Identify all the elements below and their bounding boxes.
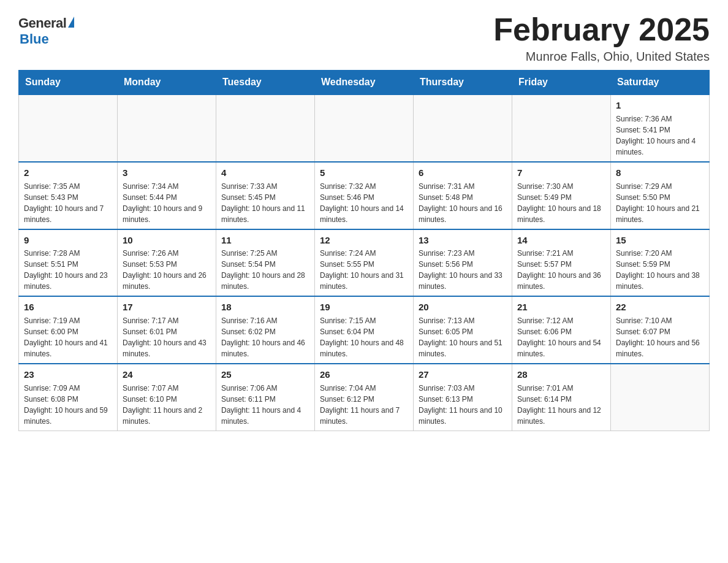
day-number: 26 bbox=[320, 368, 408, 381]
day-info: Sunrise: 7:26 AM Sunset: 5:53 PM Dayligh… bbox=[123, 248, 211, 292]
day-number: 27 bbox=[419, 368, 507, 381]
day-number: 8 bbox=[616, 166, 704, 180]
day-number: 9 bbox=[24, 234, 112, 247]
day-number: 18 bbox=[221, 301, 309, 314]
table-row bbox=[611, 364, 710, 431]
day-number: 16 bbox=[24, 301, 112, 314]
table-row: 13Sunrise: 7:23 AM Sunset: 5:56 PM Dayli… bbox=[414, 229, 512, 297]
header-sunday: Sunday bbox=[19, 71, 118, 95]
day-number: 25 bbox=[221, 368, 309, 381]
calendar-week-row: 9Sunrise: 7:28 AM Sunset: 5:51 PM Daylig… bbox=[19, 229, 710, 297]
table-row bbox=[19, 94, 118, 162]
table-row: 9Sunrise: 7:28 AM Sunset: 5:51 PM Daylig… bbox=[19, 229, 118, 297]
day-info: Sunrise: 7:28 AM Sunset: 5:51 PM Dayligh… bbox=[24, 248, 112, 292]
calendar-week-row: 16Sunrise: 7:19 AM Sunset: 6:00 PM Dayli… bbox=[19, 296, 710, 364]
day-info: Sunrise: 7:03 AM Sunset: 6:13 PM Dayligh… bbox=[419, 383, 507, 427]
table-row bbox=[118, 94, 216, 162]
day-number: 15 bbox=[616, 234, 704, 247]
table-row: 14Sunrise: 7:21 AM Sunset: 5:57 PM Dayli… bbox=[512, 229, 611, 297]
day-number: 24 bbox=[123, 368, 211, 381]
day-info: Sunrise: 7:07 AM Sunset: 6:10 PM Dayligh… bbox=[123, 383, 211, 427]
day-info: Sunrise: 7:31 AM Sunset: 5:48 PM Dayligh… bbox=[419, 181, 507, 225]
table-row: 6Sunrise: 7:31 AM Sunset: 5:48 PM Daylig… bbox=[414, 162, 512, 229]
calendar-header-row: Sunday Monday Tuesday Wednesday Thursday… bbox=[19, 71, 710, 95]
day-info: Sunrise: 7:34 AM Sunset: 5:44 PM Dayligh… bbox=[123, 181, 211, 225]
day-info: Sunrise: 7:12 AM Sunset: 6:06 PM Dayligh… bbox=[517, 315, 605, 359]
day-info: Sunrise: 7:33 AM Sunset: 5:45 PM Dayligh… bbox=[221, 181, 309, 225]
calendar-week-row: 23Sunrise: 7:09 AM Sunset: 6:08 PM Dayli… bbox=[19, 364, 710, 431]
day-number: 14 bbox=[517, 234, 605, 247]
table-row: 19Sunrise: 7:15 AM Sunset: 6:04 PM Dayli… bbox=[315, 296, 414, 364]
table-row: 8Sunrise: 7:29 AM Sunset: 5:50 PM Daylig… bbox=[611, 162, 710, 229]
day-number: 10 bbox=[123, 234, 211, 247]
table-row bbox=[512, 94, 611, 162]
table-row: 21Sunrise: 7:12 AM Sunset: 6:06 PM Dayli… bbox=[512, 296, 611, 364]
month-title: February 2025 bbox=[493, 12, 710, 47]
day-number: 2 bbox=[24, 166, 112, 180]
table-row: 10Sunrise: 7:26 AM Sunset: 5:53 PM Dayli… bbox=[118, 229, 216, 297]
day-number: 12 bbox=[320, 234, 408, 247]
day-number: 20 bbox=[419, 301, 507, 314]
day-info: Sunrise: 7:01 AM Sunset: 6:14 PM Dayligh… bbox=[517, 383, 605, 427]
day-info: Sunrise: 7:19 AM Sunset: 6:00 PM Dayligh… bbox=[24, 315, 112, 359]
logo: General Blue bbox=[18, 12, 74, 47]
table-row: 15Sunrise: 7:20 AM Sunset: 5:59 PM Dayli… bbox=[611, 229, 710, 297]
day-info: Sunrise: 7:24 AM Sunset: 5:55 PM Dayligh… bbox=[320, 248, 408, 292]
day-number: 1 bbox=[616, 99, 704, 112]
logo-general-text: General bbox=[18, 15, 66, 31]
calendar-week-row: 1Sunrise: 7:36 AM Sunset: 5:41 PM Daylig… bbox=[19, 94, 710, 162]
table-row: 4Sunrise: 7:33 AM Sunset: 5:45 PM Daylig… bbox=[216, 162, 315, 229]
table-row: 26Sunrise: 7:04 AM Sunset: 6:12 PM Dayli… bbox=[315, 364, 414, 431]
day-info: Sunrise: 7:06 AM Sunset: 6:11 PM Dayligh… bbox=[221, 383, 309, 427]
table-row: 5Sunrise: 7:32 AM Sunset: 5:46 PM Daylig… bbox=[315, 162, 414, 229]
table-row: 28Sunrise: 7:01 AM Sunset: 6:14 PM Dayli… bbox=[512, 364, 611, 431]
table-row: 12Sunrise: 7:24 AM Sunset: 5:55 PM Dayli… bbox=[315, 229, 414, 297]
header-friday: Friday bbox=[512, 71, 611, 95]
header-thursday: Thursday bbox=[414, 71, 512, 95]
table-row: 18Sunrise: 7:16 AM Sunset: 6:02 PM Dayli… bbox=[216, 296, 315, 364]
day-info: Sunrise: 7:04 AM Sunset: 6:12 PM Dayligh… bbox=[320, 383, 408, 427]
day-info: Sunrise: 7:35 AM Sunset: 5:43 PM Dayligh… bbox=[24, 181, 112, 225]
table-row: 17Sunrise: 7:17 AM Sunset: 6:01 PM Dayli… bbox=[118, 296, 216, 364]
day-info: Sunrise: 7:29 AM Sunset: 5:50 PM Dayligh… bbox=[616, 181, 704, 225]
day-info: Sunrise: 7:16 AM Sunset: 6:02 PM Dayligh… bbox=[221, 315, 309, 359]
day-info: Sunrise: 7:15 AM Sunset: 6:04 PM Dayligh… bbox=[320, 315, 408, 359]
day-info: Sunrise: 7:10 AM Sunset: 6:07 PM Dayligh… bbox=[616, 315, 704, 359]
day-info: Sunrise: 7:17 AM Sunset: 6:01 PM Dayligh… bbox=[123, 315, 211, 359]
table-row bbox=[414, 94, 512, 162]
day-number: 17 bbox=[123, 301, 211, 314]
day-number: 7 bbox=[517, 166, 605, 180]
table-row bbox=[216, 94, 315, 162]
day-info: Sunrise: 7:13 AM Sunset: 6:05 PM Dayligh… bbox=[419, 315, 507, 359]
table-row: 3Sunrise: 7:34 AM Sunset: 5:44 PM Daylig… bbox=[118, 162, 216, 229]
location: Munroe Falls, Ohio, United States bbox=[493, 50, 710, 64]
day-info: Sunrise: 7:25 AM Sunset: 5:54 PM Dayligh… bbox=[221, 248, 309, 292]
calendar-table: Sunday Monday Tuesday Wednesday Thursday… bbox=[18, 70, 710, 431]
table-row: 11Sunrise: 7:25 AM Sunset: 5:54 PM Dayli… bbox=[216, 229, 315, 297]
day-number: 13 bbox=[419, 234, 507, 247]
table-row: 25Sunrise: 7:06 AM Sunset: 6:11 PM Dayli… bbox=[216, 364, 315, 431]
table-row: 1Sunrise: 7:36 AM Sunset: 5:41 PM Daylig… bbox=[611, 94, 710, 162]
table-row: 16Sunrise: 7:19 AM Sunset: 6:00 PM Dayli… bbox=[19, 296, 118, 364]
table-row: 2Sunrise: 7:35 AM Sunset: 5:43 PM Daylig… bbox=[19, 162, 118, 229]
table-row: 24Sunrise: 7:07 AM Sunset: 6:10 PM Dayli… bbox=[118, 364, 216, 431]
table-row bbox=[315, 94, 414, 162]
day-number: 4 bbox=[221, 166, 309, 180]
logo-triangle-icon bbox=[68, 17, 74, 28]
day-number: 5 bbox=[320, 166, 408, 180]
day-number: 23 bbox=[24, 368, 112, 381]
header-wednesday: Wednesday bbox=[315, 71, 414, 95]
header-monday: Monday bbox=[118, 71, 216, 95]
table-row: 20Sunrise: 7:13 AM Sunset: 6:05 PM Dayli… bbox=[414, 296, 512, 364]
day-info: Sunrise: 7:30 AM Sunset: 5:49 PM Dayligh… bbox=[517, 181, 605, 225]
table-row: 22Sunrise: 7:10 AM Sunset: 6:07 PM Dayli… bbox=[611, 296, 710, 364]
day-info: Sunrise: 7:23 AM Sunset: 5:56 PM Dayligh… bbox=[419, 248, 507, 292]
day-number: 22 bbox=[616, 301, 704, 314]
day-info: Sunrise: 7:21 AM Sunset: 5:57 PM Dayligh… bbox=[517, 248, 605, 292]
day-info: Sunrise: 7:20 AM Sunset: 5:59 PM Dayligh… bbox=[616, 248, 704, 292]
day-number: 11 bbox=[221, 234, 309, 247]
header-tuesday: Tuesday bbox=[216, 71, 315, 95]
day-info: Sunrise: 7:09 AM Sunset: 6:08 PM Dayligh… bbox=[24, 383, 112, 427]
day-number: 21 bbox=[517, 301, 605, 314]
day-number: 19 bbox=[320, 301, 408, 314]
